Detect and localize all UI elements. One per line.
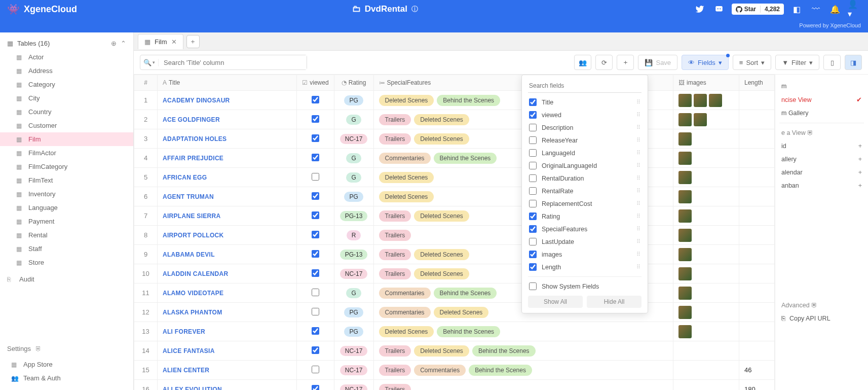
field-toggle-specialfeatures[interactable]: SpecialFeatures⠿ xyxy=(522,223,648,235)
drag-icon[interactable]: ⠿ xyxy=(636,124,640,131)
viewed-checkbox[interactable] xyxy=(312,211,319,219)
sidebar-item-filmactor[interactable]: ▦FilmActor xyxy=(0,146,133,160)
twitter-icon[interactable] xyxy=(693,3,706,16)
fields-search-input[interactable] xyxy=(528,79,641,93)
thumbnail[interactable] xyxy=(678,113,692,126)
thumbnail[interactable] xyxy=(678,152,692,165)
bat-icon[interactable]: 〰 xyxy=(809,3,822,16)
view-gallery[interactable]: m Gallery xyxy=(779,107,864,120)
field-checkbox[interactable] xyxy=(529,149,537,157)
field-checkbox[interactable] xyxy=(529,225,537,233)
sidebar-item-payment[interactable]: ▦Payment xyxy=(0,215,133,228)
field-checkbox[interactable] xyxy=(529,124,537,131)
powered-label[interactable]: Powered by XgeneCloud xyxy=(799,22,861,28)
table-row[interactable]: 2ACE GOLDFINGERGTrailersDeleted Scenes xyxy=(134,110,775,129)
table-row[interactable]: 13ALI FOREVERPGDeleted ScenesBehind the … xyxy=(134,322,775,341)
paint-icon[interactable]: ◧ xyxy=(790,3,803,16)
add-table-icon[interactable]: ⊕ xyxy=(111,40,117,47)
sidebar-audit[interactable]: ⎘ Audit xyxy=(0,271,133,287)
field-toggle-releaseyear[interactable]: ReleaseYear⠿ xyxy=(522,134,648,147)
thumbnail[interactable] xyxy=(678,325,692,338)
viewed-checkbox[interactable] xyxy=(312,346,319,354)
field-toggle-length[interactable]: Length⠿ xyxy=(522,261,648,273)
col-images[interactable]: 🖼images xyxy=(673,75,739,91)
field-checkbox[interactable] xyxy=(529,162,537,169)
viewed-checkbox[interactable] xyxy=(312,308,319,315)
title-link[interactable]: ALASKA PHANTOM xyxy=(163,309,222,316)
sidebar-item-inventory[interactable]: ▦Inventory xyxy=(0,187,133,201)
drag-icon[interactable]: ⠿ xyxy=(636,226,640,232)
info-icon[interactable]: ⓘ xyxy=(411,5,418,14)
viewed-checkbox[interactable] xyxy=(312,250,319,258)
system-checkbox[interactable] xyxy=(529,282,537,290)
create-calendar[interactable]: alendar+ xyxy=(779,166,864,179)
sidebar-item-filmcategory[interactable]: ▦FilmCategory xyxy=(0,160,133,173)
drag-icon[interactable]: ⠿ xyxy=(636,175,640,182)
field-checkbox[interactable] xyxy=(529,238,537,245)
table-row[interactable]: 8AIRPORT POLLOCKRTrailers xyxy=(134,226,775,245)
plus-icon[interactable]: + xyxy=(858,169,862,176)
sidebar-item-actor[interactable]: ▦Actor xyxy=(0,50,133,64)
show-all-button[interactable]: Show All xyxy=(528,296,583,308)
col-viewed[interactable]: ☑viewed xyxy=(297,75,334,91)
viewed-checkbox[interactable] xyxy=(312,289,319,296)
title-link[interactable]: ALI FOREVER xyxy=(163,328,205,335)
table-row[interactable]: 12ALASKA PHANTOMPGCommentariesDeleted Sc… xyxy=(134,303,775,322)
sidebar-item-country[interactable]: ▦Country xyxy=(0,105,133,119)
discord-icon[interactable] xyxy=(712,3,726,16)
share-button[interactable]: 👥 xyxy=(574,55,591,70)
close-icon[interactable]: ✕ xyxy=(171,38,177,46)
table-row[interactable]: 4AFFAIR PREJUDICEGCommentariesBehind the… xyxy=(134,149,775,168)
title-link[interactable]: ALIEN CENTER xyxy=(163,367,209,374)
thumbnail[interactable] xyxy=(678,94,692,107)
data-grid[interactable]: # ATitle ☑viewed ◔Rating ≔SpecialFeature… xyxy=(134,75,775,390)
title-link[interactable]: ALLEY EVOLUTION xyxy=(163,386,222,390)
field-toggle-title[interactable]: Title⠿ xyxy=(522,96,648,109)
viewed-checkbox[interactable] xyxy=(312,154,319,161)
sidebar-item-category[interactable]: ▦Category xyxy=(0,78,133,91)
table-row[interactable]: 1ACADEMY DINOSAURPGDeleted ScenesBehind … xyxy=(134,91,775,110)
field-checkbox[interactable] xyxy=(529,212,537,220)
table-row[interactable]: 7AIRPLANE SIERRAPG-13TrailersDeleted Sce… xyxy=(134,206,775,226)
drag-icon[interactable]: ⠿ xyxy=(636,213,640,220)
col-rating[interactable]: ◔Rating xyxy=(334,75,373,91)
sidebar-appstore[interactable]: ▦ App Store xyxy=(0,358,133,371)
db-title[interactable]: 🗀 DvdRental ⓘ xyxy=(77,4,693,14)
field-toggle-lastupdate[interactable]: LastUpdate⠿ xyxy=(522,235,648,248)
fields-button[interactable]: 👁 Fields ▾ xyxy=(682,55,729,70)
field-checkbox[interactable] xyxy=(529,98,537,106)
title-link[interactable]: ALAMO VIDEOTAPE xyxy=(163,290,223,297)
search-input[interactable] xyxy=(159,55,307,69)
plus-icon[interactable]: + xyxy=(858,182,862,189)
field-checkbox[interactable] xyxy=(529,111,537,119)
field-toggle-rentalrate[interactable]: RentalRate⠿ xyxy=(522,185,648,197)
field-checkbox[interactable] xyxy=(529,251,537,258)
toggle-right-1[interactable]: ▯ xyxy=(823,55,841,70)
col-number[interactable]: # xyxy=(134,75,158,91)
copy-api-url[interactable]: ⎘Copy API URL xyxy=(779,312,864,325)
sidebar-item-filmtext[interactable]: ▦FilmText xyxy=(0,173,133,187)
title-link[interactable]: ACADEMY DINOSAUR xyxy=(163,97,230,104)
drag-icon[interactable]: ⠿ xyxy=(636,238,640,245)
viewed-checkbox[interactable] xyxy=(312,385,319,391)
title-link[interactable]: ALADDIN CALENDAR xyxy=(163,270,228,277)
sort-button[interactable]: ≡ Sort ▾ xyxy=(733,55,771,70)
github-star-badge[interactable]: Star 4,282 xyxy=(732,4,784,15)
title-link[interactable]: AFRICAN EGG xyxy=(163,174,207,181)
viewed-checkbox[interactable] xyxy=(312,269,319,277)
reload-button[interactable]: ⟳ xyxy=(595,55,613,70)
viewed-checkbox[interactable] xyxy=(312,327,319,335)
col-length[interactable]: Length xyxy=(739,75,775,91)
show-system-fields[interactable]: Show System Fields xyxy=(522,280,648,293)
field-toggle-description[interactable]: Description⠿ xyxy=(522,121,648,134)
drag-icon[interactable]: ⠿ xyxy=(636,251,640,258)
drag-icon[interactable]: ⠿ xyxy=(636,188,640,194)
thumbnail[interactable] xyxy=(709,94,722,107)
title-link[interactable]: ALABAMA DEVIL xyxy=(163,251,215,258)
field-toggle-languageid[interactable]: LanguageId⠿ xyxy=(522,147,648,159)
plus-icon[interactable]: + xyxy=(858,156,862,163)
title-link[interactable]: AFFAIR PREJUDICE xyxy=(163,155,223,162)
thumbnail[interactable] xyxy=(678,306,692,319)
sidebar-item-rental[interactable]: ▦Rental xyxy=(0,228,133,242)
thumbnail[interactable] xyxy=(678,248,692,261)
